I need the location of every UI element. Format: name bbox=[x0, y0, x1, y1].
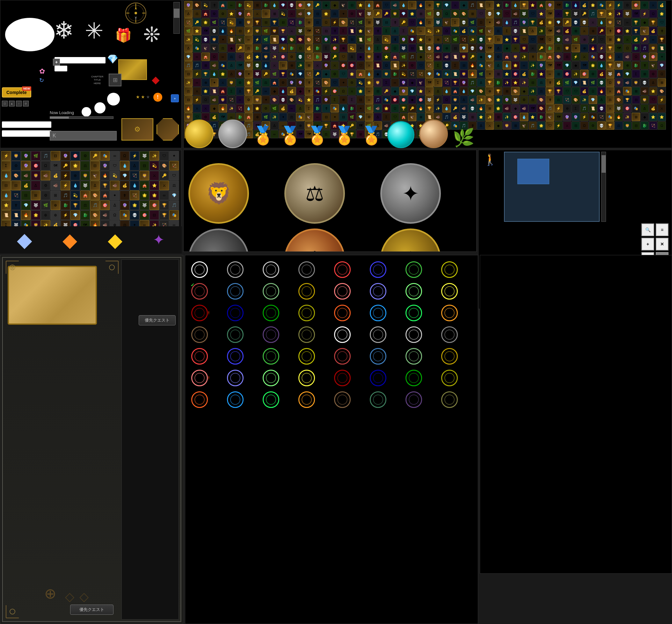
icon-cell: 💧 bbox=[399, 1, 408, 9]
ml-icon-cell: 🎭 bbox=[120, 210, 129, 220]
cross-btn[interactable]: ✕ bbox=[656, 238, 669, 251]
icon-cell: 💀 bbox=[486, 9, 494, 18]
ml-icon-cell: 🔑 bbox=[159, 171, 169, 180]
icon-cell: 🎨 bbox=[537, 96, 545, 104]
icon-cell: 🛡 bbox=[339, 53, 347, 61]
icon-cell: 🐗 bbox=[210, 61, 218, 70]
icon-cell: 💎 bbox=[554, 18, 563, 26]
ml-icon-cell: 🎯 bbox=[71, 151, 80, 161]
icon-cell: 🐗 bbox=[460, 104, 468, 112]
icon-cell: 🎨 bbox=[511, 87, 520, 95]
icon-cell: 💎 bbox=[563, 61, 571, 70]
icon-cell: ⚖ bbox=[606, 96, 614, 104]
icon-cell: Σ bbox=[632, 70, 640, 78]
icon-cell: 🌿 bbox=[184, 27, 192, 35]
icon-cell: 🛡 bbox=[563, 87, 571, 95]
icon-cell: 🐉 bbox=[262, 1, 270, 9]
icon-cell: ⚙ bbox=[348, 9, 356, 18]
icon-cell: 🔮 bbox=[572, 113, 580, 121]
icon-cell: 🦅 bbox=[641, 27, 649, 35]
icon-cell: 🐉 bbox=[288, 44, 296, 52]
icon-cell: ◆ bbox=[408, 78, 416, 87]
icon-cell: ∞ bbox=[417, 27, 425, 35]
icon-cell: ∞ bbox=[236, 96, 244, 104]
priority-quest-btn-bottom[interactable]: 優先クエスト bbox=[70, 604, 113, 615]
icon-cell: 🛡 bbox=[339, 70, 347, 78]
icon-cell: ⚔ bbox=[563, 122, 571, 130]
icon-cell: ⚔ bbox=[331, 61, 339, 70]
icon-cell: 🦅 bbox=[202, 44, 210, 52]
plus-btn[interactable]: + bbox=[641, 238, 654, 251]
icon-cell: ∞ bbox=[193, 78, 201, 87]
icon-cell: 🔥 bbox=[417, 1, 425, 9]
icon-cell: 🎨 bbox=[615, 96, 623, 104]
icon-cell: 📜 bbox=[451, 70, 459, 78]
icon-cell: 🛡 bbox=[546, 122, 554, 130]
icon-cell: 🛡 bbox=[658, 18, 666, 26]
icon-cell: 🏆 bbox=[528, 18, 537, 26]
icon-cell: ✨ bbox=[296, 61, 305, 70]
icon-cell: ∞ bbox=[288, 104, 296, 112]
icon-cell: 🐉 bbox=[641, 122, 649, 130]
icon-cell: ⭐ bbox=[649, 113, 657, 121]
icon-cell: ⚔ bbox=[511, 44, 520, 52]
icon-cell: ◆ bbox=[641, 113, 649, 121]
ml-icon-cell: ⚙ bbox=[41, 190, 50, 200]
priority-quest-btn-top[interactable]: 優先クエスト bbox=[139, 315, 176, 326]
icon-cell: 🎪 bbox=[202, 53, 210, 61]
icon-cell: ⊟ bbox=[313, 9, 322, 18]
ml-icon-cell: ⚡ bbox=[130, 151, 139, 161]
icon-cell: 🛡 bbox=[331, 78, 339, 87]
icon-cell: 🎵 bbox=[468, 78, 476, 87]
icon-cell: ✦ bbox=[572, 44, 580, 52]
icon-cell: ⚡ bbox=[658, 96, 666, 104]
plus-icon[interactable]: + bbox=[53, 59, 60, 66]
icon-cell: 💧 bbox=[365, 44, 373, 52]
icon-cell: 💰 bbox=[597, 70, 606, 78]
icon-cell: 🎯 bbox=[632, 1, 640, 9]
ml-icon-cell: 💰 bbox=[120, 181, 129, 190]
icon-cell: 🔮 bbox=[477, 44, 485, 52]
ring-icon-cell bbox=[297, 282, 316, 301]
icon-cell: ◆ bbox=[477, 53, 485, 61]
icon-cell: 🎭 bbox=[434, 70, 442, 78]
ring-icon-cell bbox=[297, 347, 316, 366]
svg-point-10 bbox=[109, 265, 114, 270]
icon-cell: 💰 bbox=[649, 104, 657, 112]
icon-cell: 🗡 bbox=[391, 35, 399, 44]
icon-cell: 🎭 bbox=[623, 87, 631, 95]
ml-icon-cell: ⊕ bbox=[51, 210, 60, 220]
ml-icon-cell: 🐗 bbox=[110, 181, 120, 190]
scroll-btn[interactable]: ≡ bbox=[656, 224, 669, 236]
ml-icon-cell: 💎 bbox=[71, 210, 80, 220]
map-scrollbar[interactable] bbox=[601, 152, 606, 222]
icon-cell: 🦁 bbox=[632, 78, 640, 87]
icon-cell: ⊞ bbox=[417, 9, 425, 18]
icon-cell: Δ bbox=[477, 78, 485, 87]
icon-cell: ⭐ bbox=[477, 113, 485, 121]
ring-icon-cell bbox=[297, 368, 316, 388]
icon-cell: 🏆 bbox=[451, 78, 459, 87]
icon-cell: 💧 bbox=[460, 87, 468, 95]
icon-cell: 💫 bbox=[279, 9, 287, 18]
icon-cell: 🗺 bbox=[528, 104, 537, 112]
icon-cell: 💎 bbox=[305, 9, 313, 18]
icon-cell: 🦅 bbox=[365, 27, 373, 35]
svg-marker-7 bbox=[135, 16, 137, 20]
icon-cell: Δ bbox=[373, 35, 382, 44]
icon-cell: ⚖ bbox=[219, 44, 227, 52]
icon-cell: 🎯 bbox=[331, 44, 339, 52]
icon-cell: 🐺 bbox=[434, 18, 442, 26]
ml-icon-cell: 🎵 bbox=[90, 201, 100, 210]
icon-cell: 🎭 bbox=[589, 53, 597, 61]
icon-cell: 🐺 bbox=[253, 70, 261, 78]
icon-cell: Δ bbox=[348, 53, 356, 61]
icon-cell: 💧 bbox=[365, 70, 373, 78]
icon-cell: 🎪 bbox=[202, 9, 210, 18]
ml-icon-cell: 🦅 bbox=[90, 171, 100, 180]
icon-cell: Ω bbox=[589, 87, 597, 95]
ring-icon-cell bbox=[333, 390, 352, 409]
ml-icon-cell: 💀 bbox=[130, 210, 139, 220]
ml-icon-cell: 🌟 bbox=[71, 161, 80, 171]
zoom-in-btn[interactable]: 🔍 bbox=[641, 224, 654, 236]
